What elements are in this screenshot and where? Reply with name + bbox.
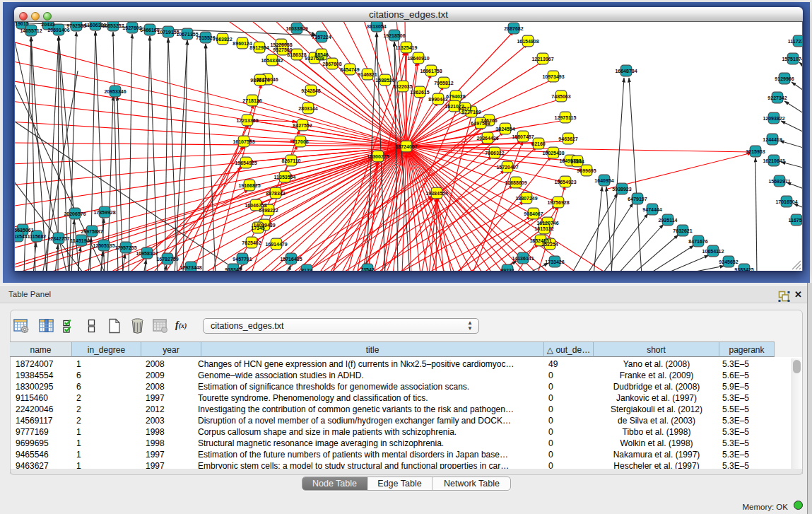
svg-text:6479197: 6479197 — [628, 197, 647, 201]
svg-text:62160: 62160 — [531, 141, 546, 146]
svg-text:10958107: 10958107 — [136, 251, 158, 256]
svg-text:10973493: 10973493 — [542, 74, 564, 79]
svg-text:19756928: 19756928 — [547, 200, 569, 205]
svg-text:16154808: 16154808 — [517, 39, 539, 44]
svg-text:2803144: 2803144 — [298, 106, 317, 111]
svg-text:19654923: 19654923 — [554, 180, 576, 185]
svg-text:2935114: 2935114 — [659, 218, 678, 223]
svg-text:3215953: 3215953 — [746, 149, 765, 154]
svg-text:116753: 116753 — [789, 218, 802, 223]
svg-text:12342757: 12342757 — [47, 236, 69, 241]
svg-text:15716485: 15716485 — [280, 257, 302, 262]
svg-text:7955812: 7955812 — [434, 81, 453, 86]
svg-text:15692971: 15692971 — [768, 179, 790, 184]
svg-text:1362615: 1362615 — [410, 90, 429, 95]
svg-text:10671355: 10671355 — [176, 32, 198, 37]
svg-text:1615132: 1615132 — [534, 226, 553, 231]
svg-text:16782759: 16782759 — [156, 257, 178, 262]
svg-text:9383425: 9383425 — [734, 267, 753, 271]
svg-text:3913544: 3913544 — [15, 234, 28, 239]
svg-text:12923448: 12923448 — [180, 265, 201, 270]
svg-text:1588520: 1588520 — [375, 78, 394, 83]
svg-text:16961758: 16961758 — [420, 69, 442, 74]
svg-text:1640954: 1640954 — [594, 178, 613, 183]
svg-text:10807487: 10807487 — [512, 134, 534, 139]
svg-text:8454749: 8454749 — [340, 67, 359, 72]
svg-text:17345: 17345 — [251, 226, 265, 230]
svg-text:20206576: 20206576 — [64, 211, 86, 216]
svg-text:2718126: 2718126 — [242, 98, 261, 103]
svg-text:7663822: 7663822 — [213, 37, 232, 42]
svg-text:5322035: 5322035 — [393, 84, 412, 89]
svg-text:9084067: 9084067 — [524, 211, 543, 216]
svg-text:15751074: 15751074 — [782, 57, 802, 62]
svg-text:8186328: 8186328 — [287, 52, 306, 57]
svg-text:11353594: 11353594 — [274, 175, 296, 180]
svg-text:5938923: 5938923 — [612, 187, 631, 192]
svg-text:8912954: 8912954 — [249, 45, 269, 50]
svg-text:16120746: 16120746 — [536, 221, 558, 226]
svg-text:8267110: 8267110 — [282, 158, 301, 163]
svg-text:9457791: 9457791 — [233, 257, 252, 262]
svg-text:29975887: 29975887 — [81, 229, 102, 234]
svg-text:17957255: 17957255 — [114, 245, 136, 250]
svg-text:3824554: 3824554 — [495, 127, 514, 132]
svg-text:11172782: 11172782 — [788, 39, 802, 44]
svg-text:7357224: 7357224 — [312, 35, 331, 40]
svg-text:12093822: 12093822 — [763, 116, 784, 121]
svg-text:918345: 918345 — [225, 267, 241, 271]
svg-text:9146821: 9146821 — [358, 72, 377, 77]
svg-text:17359928: 17359928 — [93, 210, 115, 215]
svg-text:10688609: 10688609 — [505, 180, 526, 185]
svg-text:25635061: 25635061 — [15, 228, 34, 233]
svg-text:12213967: 12213967 — [531, 57, 553, 62]
svg-text:8813054: 8813054 — [367, 24, 386, 29]
svg-text:88546: 88546 — [314, 52, 329, 57]
svg-text:16210643: 16210643 — [763, 158, 784, 163]
svg-text:717006: 717006 — [292, 139, 308, 144]
svg-text:17016504: 17016504 — [775, 199, 797, 204]
svg-text:12975115: 12975115 — [555, 115, 577, 120]
svg-text:20364436: 20364436 — [476, 136, 498, 141]
svg-text:8990443: 8990443 — [428, 97, 447, 102]
svg-text:6497568: 6497568 — [471, 121, 490, 126]
svg-text:9474444: 9474444 — [642, 207, 661, 212]
svg-text:9245652: 9245652 — [719, 259, 738, 264]
svg-text:16543382: 16543382 — [261, 58, 283, 63]
svg-text:99234: 99234 — [500, 268, 514, 271]
svg-text:16033809: 16033809 — [286, 26, 307, 31]
svg-text:20433: 20433 — [41, 22, 55, 27]
svg-text:15720407: 15720407 — [496, 165, 518, 170]
svg-text:9227342: 9227342 — [767, 95, 787, 100]
svg-text:8427552: 8427552 — [293, 123, 312, 128]
svg-text:16648784: 16648784 — [615, 69, 637, 74]
svg-text:6794028: 6794028 — [446, 94, 465, 99]
svg-text:1733426: 1733426 — [545, 259, 564, 264]
svg-text:9463627: 9463627 — [558, 136, 577, 141]
svg-text:9792588: 9792588 — [66, 23, 86, 28]
svg-text:15226058: 15226058 — [270, 42, 292, 47]
svg-text:9129966: 9129966 — [775, 76, 794, 81]
svg-text:10853257: 10853257 — [102, 23, 124, 28]
svg-text:96844: 96844 — [570, 159, 584, 164]
svg-text:9896174: 9896174 — [250, 78, 269, 83]
svg-text:11325419: 11325419 — [396, 45, 418, 50]
svg-text:7986322: 7986322 — [485, 151, 504, 156]
svg-text:7632621: 7632621 — [673, 228, 692, 233]
svg-text:20691406: 20691406 — [47, 28, 69, 33]
svg-text:20953346: 20953346 — [104, 89, 126, 94]
svg-text:252254: 252254 — [541, 242, 558, 247]
svg-text:12505135: 12505135 — [93, 243, 114, 248]
svg-text:8123: 8123 — [301, 268, 312, 271]
svg-text:19166825: 19166825 — [238, 183, 260, 188]
svg-text:18724007: 18724007 — [395, 144, 417, 149]
svg-text:73542: 73542 — [360, 267, 375, 271]
svg-text:10025438: 10025438 — [542, 151, 564, 156]
svg-text:7625402: 7625402 — [242, 240, 261, 245]
svg-text:2887682: 2887682 — [504, 26, 523, 31]
svg-text:14055712: 14055712 — [20, 28, 42, 33]
svg-text:16107553: 16107553 — [233, 139, 254, 144]
svg-text:7485063: 7485063 — [551, 94, 570, 99]
svg-text:19015: 19015 — [15, 22, 29, 26]
svg-text:11451944: 11451944 — [71, 238, 93, 243]
